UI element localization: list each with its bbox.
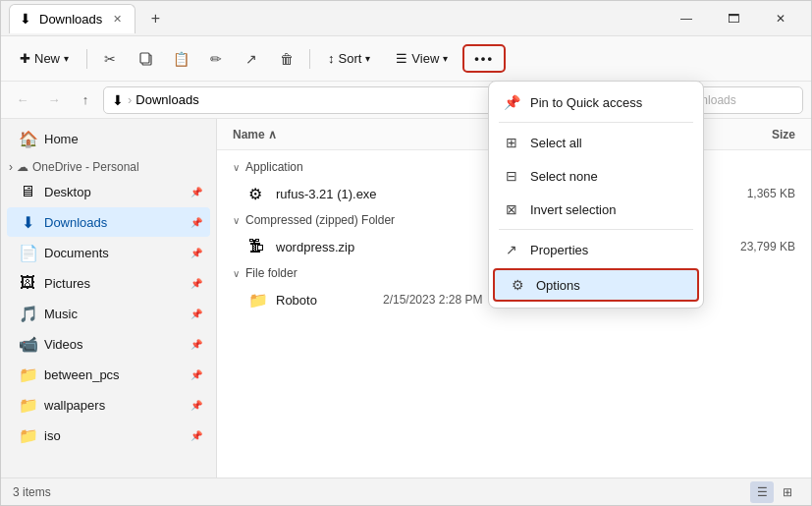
title-bar: ⬇ Downloads ✕ + — 🗖 ✕: [1, 1, 811, 36]
pictures-icon: 🖼: [19, 274, 36, 292]
context-menu: 📌 Pin to Quick access ⊞ Select all ⊟ Sel…: [488, 81, 704, 309]
new-button[interactable]: ✚ New ▾: [9, 45, 80, 72]
between-pcs-icon: 📁: [19, 365, 36, 384]
menu-item-properties[interactable]: ↗ Properties: [489, 233, 703, 266]
minimize-button[interactable]: —: [664, 1, 709, 36]
sidebar-item-wallpapers[interactable]: 📁 wallpapers 📌: [7, 390, 210, 420]
copy-button[interactable]: [130, 43, 161, 75]
select-none-icon: ⊟: [503, 168, 520, 184]
path-label: Downloads: [135, 92, 198, 107]
application-group-label: Application: [245, 160, 303, 174]
sidebar: 🏠 Home › ☁ OneDrive - Personal 🖥 Desktop…: [1, 119, 217, 478]
application-chevron: ∨: [233, 162, 240, 173]
rename-button[interactable]: ✏: [200, 43, 232, 75]
properties-icon: ↗: [503, 242, 520, 257]
menu-label-pin: Pin to Quick access: [530, 95, 642, 110]
share-button[interactable]: ↗: [236, 43, 267, 75]
toolbar-separator-2: [309, 49, 310, 69]
view-chevron: ▾: [443, 53, 448, 64]
pin-icon-videos: 📌: [190, 339, 202, 350]
list-view-button[interactable]: ☰: [750, 481, 774, 503]
view-button[interactable]: ☰ View ▾: [385, 45, 459, 72]
sidebar-label-documents: Documents: [44, 246, 109, 260]
compressed-group-label: Compressed (zipped) Folder: [245, 213, 395, 227]
overflow-button[interactable]: •••: [462, 44, 506, 73]
view-label: View: [411, 51, 439, 66]
menu-label-select-none: Select none: [530, 169, 598, 184]
pin-icon-documents: 📌: [190, 248, 202, 258]
compressed-chevron: ∨: [233, 215, 240, 226]
sidebar-group-onedrive[interactable]: › ☁ OneDrive - Personal: [1, 154, 216, 176]
sidebar-item-videos[interactable]: 📹 Videos 📌: [7, 329, 210, 359]
grid-view-button[interactable]: ⊞: [776, 481, 799, 503]
paste-button[interactable]: 📋: [165, 43, 196, 75]
tab-close-button[interactable]: ✕: [110, 12, 125, 27]
videos-icon: 📹: [19, 335, 36, 354]
sidebar-item-downloads[interactable]: ⬇ Downloads 📌: [7, 207, 210, 237]
path-separator: ›: [128, 92, 132, 107]
sidebar-label-home: Home: [44, 132, 79, 146]
menu-separator-1: [499, 122, 693, 123]
sidebar-label-pictures: Pictures: [44, 276, 90, 291]
invert-icon: ⊠: [503, 201, 520, 217]
pin-icon-desktop: 📌: [190, 187, 202, 197]
new-tab-button[interactable]: +: [141, 5, 169, 32]
pin-icon-iso: 📌: [190, 430, 202, 441]
new-icon: ✚: [20, 51, 30, 66]
sidebar-item-music[interactable]: 🎵 Music 📌: [7, 299, 210, 328]
pin-to-quick-icon: 📌: [503, 94, 520, 110]
sidebar-item-desktop[interactable]: 🖥 Desktop 📌: [7, 177, 210, 206]
menu-item-select-none[interactable]: ⊟ Select none: [489, 159, 703, 193]
maximize-button[interactable]: 🗖: [711, 1, 756, 36]
up-button[interactable]: ↑: [72, 86, 99, 114]
menu-separator-2: [499, 229, 693, 230]
sort-button[interactable]: ↕ Sort ▾: [317, 45, 381, 72]
toolbar: ✚ New ▾ ✂ 📋 ✏ ↗ 🗑 ↕ Sort ▾ ☰ View ▾ •••: [1, 36, 811, 82]
close-button[interactable]: ✕: [758, 1, 803, 36]
col-name-label: Name: [233, 128, 265, 141]
sidebar-item-between-pcs[interactable]: 📁 between_pcs 📌: [7, 360, 210, 389]
cut-button[interactable]: ✂: [94, 43, 126, 75]
rufus-icon: ⚙: [248, 185, 268, 203]
options-icon: ⚙: [509, 277, 526, 293]
pin-icon-between-pcs: 📌: [190, 369, 202, 380]
forward-button[interactable]: →: [40, 86, 68, 114]
sidebar-label-downloads: Downloads: [44, 215, 107, 230]
menu-label-select-all: Select all: [530, 136, 582, 150]
view-buttons: ☰ ⊞: [750, 481, 799, 503]
sidebar-item-iso[interactable]: 📁 iso 📌: [7, 421, 210, 450]
back-button[interactable]: ←: [9, 86, 36, 114]
menu-item-pin[interactable]: 📌 Pin to Quick access: [489, 85, 703, 119]
delete-button[interactable]: 🗑: [271, 43, 302, 75]
sidebar-item-documents[interactable]: 📄 Documents 📌: [7, 238, 210, 267]
home-icon: 🏠: [19, 130, 36, 148]
downloads-icon: ⬇: [19, 213, 36, 232]
sort-arrow-icon: ∧: [268, 128, 277, 141]
col-size-header[interactable]: Size: [697, 128, 795, 141]
copy-icon: [138, 51, 153, 66]
sidebar-item-home[interactable]: 🏠 Home: [7, 124, 210, 153]
sidebar-label-iso: iso: [44, 428, 61, 443]
menu-label-options: Options: [536, 278, 580, 293]
rufus-size: 1,365 KB: [697, 187, 795, 200]
menu-item-options[interactable]: ⚙ Options: [493, 268, 699, 302]
wordpress-name: wordpress.zip: [276, 240, 383, 254]
title-bar-left: ⬇ Downloads ✕ +: [9, 4, 664, 33]
sort-chevron: ▾: [365, 53, 370, 64]
sidebar-item-pictures[interactable]: 🖼 Pictures 📌: [7, 268, 210, 298]
menu-item-invert[interactable]: ⊠ Invert selection: [489, 193, 703, 226]
tab-downloads[interactable]: ⬇ Downloads ✕: [9, 4, 135, 33]
overflow-icon: •••: [474, 51, 494, 66]
sidebar-label-between-pcs: between_pcs: [44, 367, 120, 382]
desktop-icon: 🖥: [19, 183, 36, 200]
menu-item-select-all[interactable]: ⊞ Select all: [489, 126, 703, 159]
col-name-header[interactable]: Name ∧: [233, 128, 383, 141]
svg-rect-1: [140, 53, 149, 63]
filefolder-group-label: File folder: [245, 266, 298, 280]
col-size-label: Size: [772, 128, 795, 141]
filefolder-chevron: ∨: [233, 268, 240, 279]
music-icon: 🎵: [19, 305, 36, 323]
iso-icon: 📁: [19, 426, 36, 445]
documents-icon: 📄: [19, 244, 36, 262]
pin-icon-wallpapers: 📌: [190, 400, 202, 411]
